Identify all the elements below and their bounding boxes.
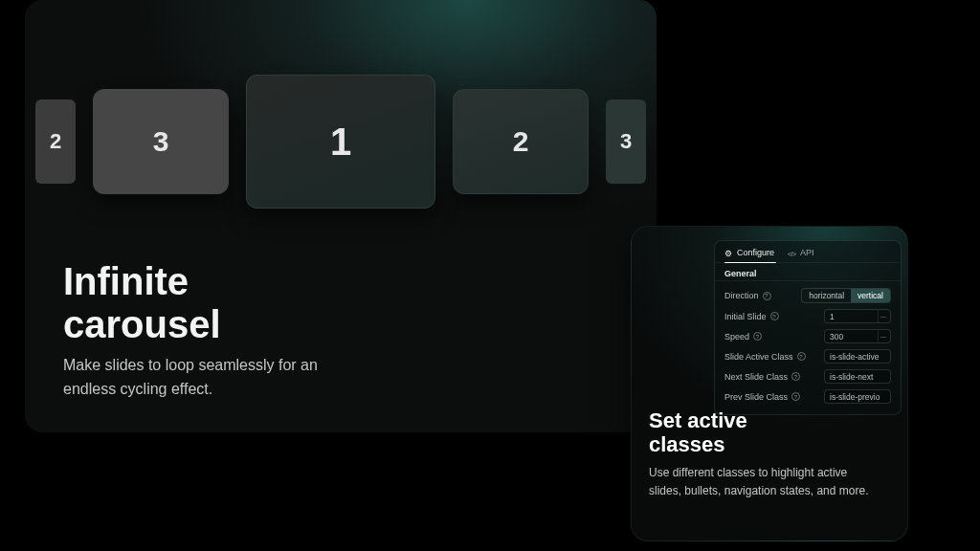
- carousel-slide[interactable]: 3: [93, 89, 229, 194]
- config-panel: Configure API General Direction? horizon…: [714, 240, 902, 415]
- card-subtitle: Make slides to loop seamlessly for an en…: [63, 354, 350, 402]
- carousel-slide[interactable]: 2: [35, 99, 76, 184]
- gear-icon: [724, 249, 733, 257]
- infinite-carousel-card: 2 3 1 2 3 Infinite carousel Make slides …: [25, 0, 657, 432]
- next-class-input[interactable]: is-slide-next: [824, 369, 891, 384]
- help-icon[interactable]: ?: [791, 372, 800, 381]
- row-label: Prev Slide Class: [724, 392, 788, 402]
- card-title: Infinite carousel: [63, 260, 221, 346]
- carousel-slides: 2 3 1 2 3: [25, 75, 657, 209]
- seg-option-vertical[interactable]: vertical: [851, 289, 890, 302]
- speed-input[interactable]: 300: [824, 329, 891, 343]
- initial-slide-input[interactable]: 1: [824, 309, 891, 323]
- active-classes-card: Configure API General Direction? horizon…: [631, 226, 908, 541]
- help-icon[interactable]: ?: [753, 332, 762, 341]
- row-label: Slide Active Class: [724, 352, 793, 362]
- prev-class-input[interactable]: is-slide-previo: [824, 389, 891, 404]
- row-label: Initial Slide: [724, 312, 767, 321]
- panel-section-header: General: [715, 262, 901, 281]
- code-icon: [788, 249, 796, 257]
- help-icon[interactable]: ?: [791, 392, 800, 401]
- direction-segmented[interactable]: horizontal vertical: [801, 288, 891, 303]
- row-label: Speed: [724, 332, 749, 342]
- row-label: Next Slide Class: [724, 372, 788, 382]
- carousel-slide[interactable]: 2: [453, 89, 589, 194]
- help-icon[interactable]: ?: [797, 352, 806, 361]
- seg-option-horizontal[interactable]: horizontal: [802, 289, 851, 302]
- active-class-input[interactable]: is-slide-active: [824, 349, 891, 364]
- tab-api[interactable]: API: [788, 248, 814, 257]
- row-label: Direction: [724, 291, 759, 300]
- help-icon[interactable]: ?: [763, 292, 771, 300]
- carousel-slide[interactable]: 3: [606, 99, 646, 184]
- tab-configure[interactable]: Configure: [724, 248, 774, 257]
- tab-label: Configure: [737, 248, 774, 257]
- card-title: Set active classes: [649, 408, 747, 457]
- tab-label: API: [800, 248, 814, 257]
- card-subtitle: Use different classes to highlight activ…: [649, 464, 869, 499]
- help-icon[interactable]: ?: [770, 312, 779, 320]
- carousel-slide-active[interactable]: 1: [246, 75, 435, 209]
